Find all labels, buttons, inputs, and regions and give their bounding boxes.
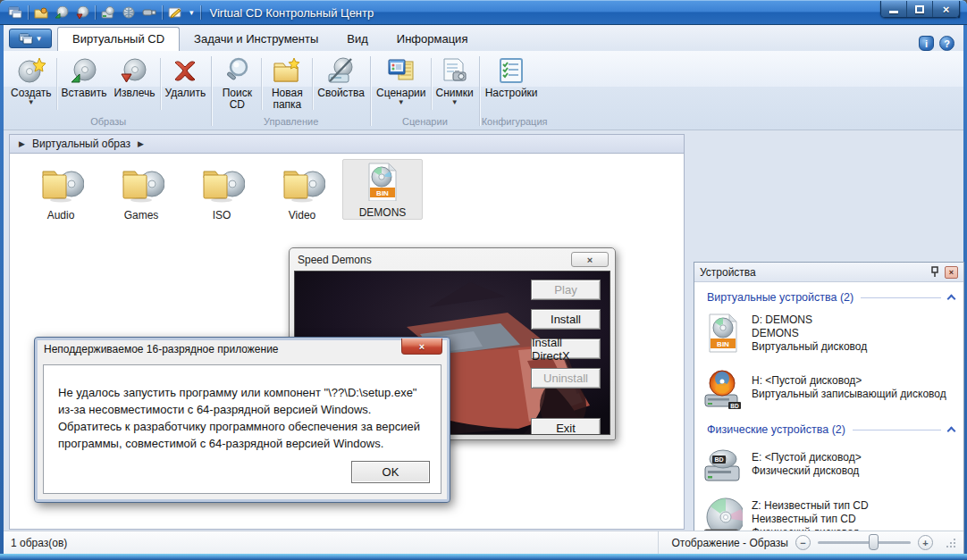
minimize-button[interactable]: [881, 1, 907, 17]
device-line: Виртуальный дисковод: [752, 340, 867, 354]
folder-label: Audio: [47, 209, 75, 221]
folder-lock-icon[interactable]: [33, 4, 49, 21]
device-item-d-demons[interactable]: BIN D: DEMONS DEMONS Виртуальный дисково…: [694, 305, 963, 359]
usb-drive-icon[interactable]: [141, 4, 157, 21]
button-separator: [160, 58, 161, 110]
info-icon[interactable]: i: [919, 36, 934, 51]
folder-item-iso[interactable]: ISO: [181, 159, 262, 221]
close-icon: ×: [949, 268, 954, 277]
dialog-close-button[interactable]: ×: [401, 339, 442, 355]
disc-eject-icon[interactable]: [74, 4, 90, 21]
panel-close-button[interactable]: ×: [945, 266, 958, 279]
zoom-slider[interactable]: [818, 541, 911, 544]
folder-item-video[interactable]: Video: [262, 159, 342, 221]
search-cd-button[interactable]: Поиск CD: [214, 53, 260, 115]
chevron-down-icon: ▼: [451, 99, 458, 106]
group-label-scenarios: Сценарии: [373, 115, 477, 127]
section-header-label: Виртуальные устройства (2): [707, 291, 853, 304]
tab-view[interactable]: Вид: [332, 28, 383, 51]
close-icon: ×: [943, 3, 950, 16]
maximize-button[interactable]: [907, 1, 933, 17]
svg-text:BD: BD: [730, 403, 739, 409]
window-switch-icon[interactable]: [7, 4, 23, 21]
error-dialog: Неподдерживаемое 16-разрядное приложение…: [34, 337, 450, 503]
device-item-h-burner[interactable]: BD H: <Пустой дисковод> Виртуальный запи…: [694, 359, 963, 414]
zoom-in-button[interactable]: +: [918, 535, 933, 550]
pin-icon[interactable]: [930, 266, 939, 278]
app-window: ▾ Virtual CD Контрольный Центр × ▼ Вирту…: [0, 0, 967, 560]
status-bar: 1 образ(ов) Отображение - Образы − +: [4, 531, 963, 554]
settings-button[interactable]: Настройки: [482, 53, 542, 115]
dialog-title-bar: Неподдерживаемое 16-разрядное приложение: [35, 338, 450, 360]
error-message: Не удалось запустить программу или компо…: [44, 365, 441, 452]
dialog-close-button[interactable]: ×: [571, 252, 609, 267]
maximize-icon: [915, 5, 924, 13]
toolbar-separator: [162, 5, 163, 20]
image-file-item-demons[interactable]: BIN DEMONS: [342, 159, 423, 220]
zoom-out-button[interactable]: −: [795, 535, 811, 550]
play-button[interactable]: Play: [531, 280, 601, 300]
tab-information[interactable]: Информация: [383, 28, 483, 51]
tab-virtual-cd[interactable]: Виртуальный CD: [57, 27, 180, 51]
window-controls: ×: [880, 1, 960, 18]
snapshots-icon: [440, 55, 470, 86]
button-separator: [261, 58, 262, 110]
close-button[interactable]: ×: [933, 1, 959, 17]
devices-panel: Устройства × Виртуальные устройства (2): [694, 262, 964, 560]
scenarios-button[interactable]: Сценарии ▼: [373, 53, 429, 115]
section-virtual-devices[interactable]: Виртуальные устройства (2): [694, 282, 963, 305]
ribbon-tab-bar: ▼ Виртуальный CD Задачи и Инструменты Ви…: [4, 25, 963, 51]
group-label-management: Управление: [214, 115, 368, 127]
disc-network-icon[interactable]: [121, 4, 137, 21]
collapse-chevron-icon[interactable]: [947, 295, 956, 304]
folder-disc-icon: [198, 164, 245, 204]
device-item-e-drive[interactable]: BD E: <Пустой дисковод> Физический диско…: [694, 438, 963, 489]
chevron-down-icon: ▼: [398, 99, 405, 106]
zoom-slider-thumb[interactable]: [869, 534, 879, 550]
window-bottom-frame: [0, 554, 967, 560]
eject-image-button[interactable]: Извлечь: [110, 53, 158, 115]
dialog-title-bar: Speed Demons: [290, 248, 615, 271]
folder-disc-icon: [279, 164, 325, 204]
disc-insert-icon[interactable]: [54, 4, 70, 21]
resize-grip-icon[interactable]: [946, 538, 956, 548]
disc-copy-icon[interactable]: [100, 4, 116, 21]
section-physical-devices[interactable]: Физические устройства (2): [694, 414, 963, 438]
create-image-button[interactable]: Создать ▼: [7, 53, 55, 115]
insert-image-button[interactable]: Вставить: [58, 53, 111, 115]
tab-tasks-tools[interactable]: Задачи и Инструменты: [180, 28, 332, 51]
folder-item-games[interactable]: Games: [101, 159, 181, 221]
toolbar-dropdown-icon[interactable]: ▾: [188, 8, 196, 17]
editor-pen-icon[interactable]: [167, 4, 183, 21]
dialog-title: Неподдерживаемое 16-разрядное приложение: [44, 343, 279, 355]
breadcrumb[interactable]: ▶ Виртуальный образ ▶: [9, 134, 685, 154]
folder-item-audio[interactable]: Audio: [21, 159, 101, 221]
svg-text:BIN: BIN: [717, 340, 729, 348]
exit-button[interactable]: Exit: [531, 418, 601, 435]
collapse-chevron-icon[interactable]: [947, 427, 956, 436]
close-icon: ×: [419, 341, 425, 352]
device-line: E: <Пустой дисковод>: [752, 451, 862, 464]
folder-label: Games: [124, 209, 159, 221]
snapshots-button[interactable]: Снимки ▼: [433, 53, 477, 115]
breadcrumb-item[interactable]: Виртуальный образ: [32, 138, 130, 150]
virtual-burner-drive-icon: BD: [703, 366, 743, 409]
search-icon: [223, 55, 251, 86]
ok-button[interactable]: OK: [351, 461, 430, 483]
group-separator: [370, 56, 371, 126]
button-separator: [312, 58, 313, 110]
properties-button[interactable]: Свойства: [314, 53, 368, 115]
uninstall-button[interactable]: Uninstall: [531, 368, 601, 389]
application-menu-button[interactable]: ▼: [9, 29, 52, 48]
device-line: Неизвестный тип CD: [752, 513, 869, 526]
install-directx-button[interactable]: Install DirectX: [531, 339, 601, 359]
help-icon[interactable]: ?: [939, 36, 954, 51]
new-folder-button[interactable]: Новая папка: [263, 53, 311, 115]
delete-button[interactable]: Удалить: [162, 53, 210, 115]
folder-disc-icon: [118, 164, 164, 204]
status-image-count: 1 образ(ов): [11, 537, 67, 549]
install-button[interactable]: Install: [531, 309, 601, 330]
minimize-icon: [889, 11, 898, 13]
breadcrumb-arrow-icon: ▶: [138, 139, 144, 148]
button-separator: [56, 58, 57, 110]
